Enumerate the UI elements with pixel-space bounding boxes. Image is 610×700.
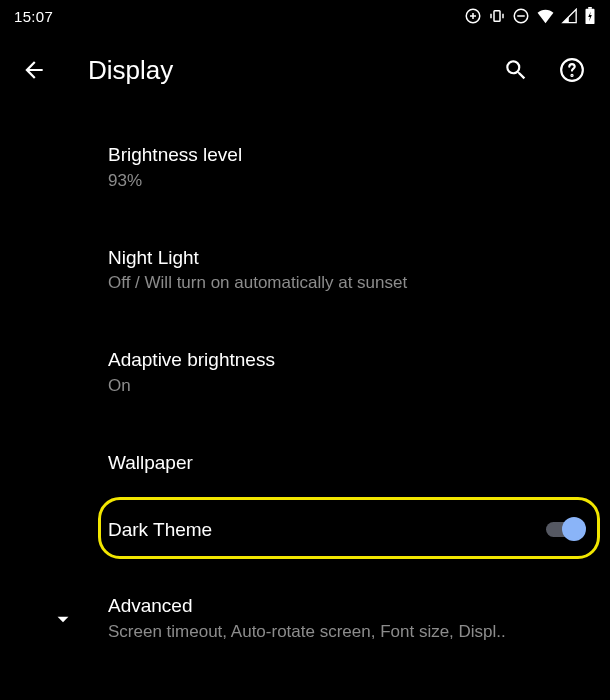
arrow-back-icon xyxy=(21,57,47,83)
setting-subtitle: 93% xyxy=(108,170,586,193)
dark-theme-toggle[interactable] xyxy=(544,516,586,542)
app-bar: Display xyxy=(0,36,610,104)
setting-title: Night Light xyxy=(108,245,586,271)
setting-adaptive-brightness[interactable]: Adaptive brightness On xyxy=(0,331,610,414)
search-button[interactable] xyxy=(488,46,544,94)
battery-icon xyxy=(584,7,596,25)
setting-title: Brightness level xyxy=(108,142,586,168)
help-button[interactable] xyxy=(544,46,600,94)
dnd-icon xyxy=(512,7,530,25)
setting-advanced[interactable]: Advanced Screen timeout, Auto-rotate scr… xyxy=(0,577,610,660)
svg-rect-9 xyxy=(588,7,592,9)
settings-list: Brightness level 93% Night Light Off / W… xyxy=(0,104,610,660)
setting-subtitle: On xyxy=(108,375,586,398)
setting-night-light[interactable]: Night Light Off / Will turn on automatic… xyxy=(0,229,610,312)
setting-subtitle: Screen timeout, Auto-rotate screen, Font… xyxy=(108,621,586,644)
status-bar: 15:07 xyxy=(0,0,610,32)
back-button[interactable] xyxy=(10,46,58,94)
setting-brightness-level[interactable]: Brightness level 93% xyxy=(0,126,610,209)
help-icon xyxy=(559,57,585,83)
setting-title: Dark Theme xyxy=(108,517,532,543)
signal-icon xyxy=(561,8,578,24)
svg-point-11 xyxy=(571,75,572,76)
expand-more-icon xyxy=(50,606,76,632)
data-saver-icon xyxy=(464,7,482,25)
clock: 15:07 xyxy=(14,8,53,25)
page-title: Display xyxy=(88,55,488,86)
setting-wallpaper[interactable]: Wallpaper xyxy=(0,434,610,492)
setting-title: Adaptive brightness xyxy=(108,347,586,373)
vibrate-icon xyxy=(488,7,506,25)
setting-dark-theme[interactable]: Dark Theme xyxy=(0,501,610,557)
svg-rect-3 xyxy=(494,11,500,22)
setting-title: Advanced xyxy=(108,593,586,619)
toggle-thumb xyxy=(562,517,586,541)
wifi-icon xyxy=(536,8,555,24)
setting-subtitle: Off / Will turn on automatically at suns… xyxy=(108,272,586,295)
setting-title: Wallpaper xyxy=(108,450,586,476)
search-icon xyxy=(503,57,529,83)
